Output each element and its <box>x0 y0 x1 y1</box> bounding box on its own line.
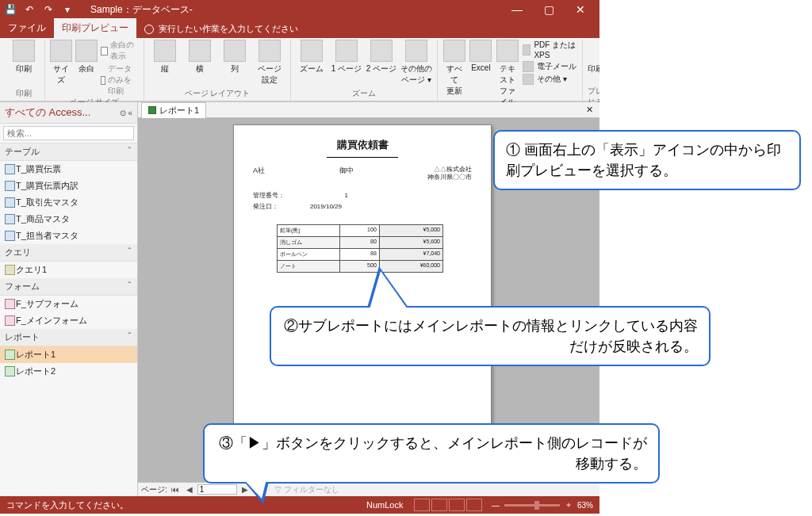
tab-print-preview[interactable]: 印刷プレビュー <box>54 18 136 38</box>
redo-icon[interactable]: ↷ <box>41 4 56 15</box>
first-record-button[interactable]: ⏮ <box>169 485 182 494</box>
window-buttons: — ▢ ✕ <box>501 0 596 19</box>
one-page-icon <box>335 40 358 62</box>
section-queries[interactable]: クエリ⌃ <box>0 244 137 262</box>
group-data: すべて 更新 Excel テキスト ファイル PDF または XPS 電子メール… <box>438 40 583 101</box>
refresh-button[interactable]: すべて 更新 <box>442 40 466 97</box>
section-forms[interactable]: フォーム⌃ <box>0 278 137 296</box>
zoom-icon <box>301 40 323 62</box>
report-icon <box>148 106 156 114</box>
show-margin-check[interactable]: 余白の表示 <box>101 40 139 62</box>
page-setup-icon <box>259 40 281 62</box>
title-bar: 💾 ↶ ↷ ▾ Sample：データベース- — ▢ ✕ <box>0 0 599 19</box>
page-setup-button[interactable]: ページ 設定 <box>254 40 285 86</box>
email-icon <box>523 61 534 72</box>
prev-record-button[interactable]: ◀ <box>183 485 196 494</box>
view-buttons <box>414 499 482 511</box>
document-tabs: レポート1 ✕ <box>138 102 599 118</box>
two-page-button[interactable]: 2 ページ <box>366 40 397 75</box>
report-title: 購買依頼書 <box>253 138 472 152</box>
group-zoom-label: ズーム <box>352 88 376 101</box>
size-button[interactable]: サイズ <box>50 40 72 86</box>
document-tab[interactable]: レポート1 <box>141 102 206 118</box>
more-icon <box>523 74 534 85</box>
columns-icon <box>224 40 246 62</box>
section-reports[interactable]: レポート⌃ <box>0 329 137 346</box>
textfile-button[interactable]: テキスト ファイル <box>496 40 519 108</box>
more-pages-icon <box>405 40 427 62</box>
more-pages-button[interactable]: その他の ページ ▾ <box>400 40 432 86</box>
refresh-icon <box>443 40 465 62</box>
status-prompt: コマンドを入力してください。 <box>6 499 128 511</box>
minimize-button[interactable]: — <box>501 0 533 19</box>
group-print-label: 印刷 <box>16 88 32 101</box>
view-layout-button[interactable] <box>449 499 465 511</box>
item-row: ボールペン88¥7,040 <box>278 248 442 260</box>
portrait-icon <box>154 40 176 62</box>
portrait-button[interactable]: 縦 <box>149 40 181 75</box>
bulb-icon <box>144 25 154 34</box>
qat-more-icon[interactable]: ▾ <box>60 4 75 15</box>
group-layout-label: ページ レイアウト <box>185 88 251 101</box>
excel-button[interactable]: Excel <box>469 40 493 72</box>
company-center: 御中 <box>339 166 354 182</box>
data-only-check[interactable]: データのみを印刷 <box>101 63 139 97</box>
two-page-icon <box>370 40 393 62</box>
save-icon[interactable]: 💾 <box>3 4 17 15</box>
group-print: 印刷 印刷 <box>3 40 45 101</box>
company-address: 神奈川県〇〇市 <box>427 174 472 182</box>
group-zoom: ズーム 1 ページ 2 ページ その他の ページ ▾ ズーム <box>291 40 438 101</box>
nav-item[interactable]: レポート2 <box>0 363 137 380</box>
close-button[interactable]: ✕ <box>565 0 596 19</box>
tab-file[interactable]: ファイル <box>0 18 54 38</box>
textfile-icon <box>496 40 519 62</box>
search-input[interactable] <box>3 126 134 140</box>
window-title: Sample：データベース- <box>90 3 193 17</box>
item-row: 消しゴム80¥5,600 <box>278 236 442 248</box>
quick-access-toolbar: 💾 ↶ ↷ ▾ <box>3 4 75 15</box>
zoom-out-button[interactable]: — <box>492 501 500 510</box>
nav-item[interactable]: T_担当者マスタ <box>0 227 137 244</box>
nav-item[interactable]: T_商品マスタ <box>0 211 137 227</box>
tell-me[interactable]: 実行したい作業を入力してください <box>136 20 306 38</box>
margin-icon <box>75 40 98 62</box>
columns-button[interactable]: 列 <box>219 40 251 75</box>
zoom-value: 63% <box>577 501 593 510</box>
annotation-3: ③「▶」ボタンをクリックすると、メインレポート側のレコードが移動する。 <box>203 423 660 484</box>
nav-item[interactable]: T_取引先マスタ <box>0 194 137 211</box>
section-tables[interactable]: テーブル⌃ <box>0 143 137 161</box>
more-data-button[interactable]: その他 ▾ <box>523 74 577 85</box>
record-navigator: ページ: ⏮ ◀ ▶ ⏭ ▽ フィルターなし <box>138 482 599 496</box>
landscape-button[interactable]: 横 <box>184 40 216 75</box>
ribbon-tabs: ファイル 印刷プレビュー 実行したい作業を入力してください <box>0 19 599 38</box>
nav-item[interactable]: レポート1 <box>0 346 137 363</box>
company-name: △△株式会社 <box>427 166 472 174</box>
nav-header[interactable]: すべての Access...⊙ « <box>0 102 137 124</box>
view-report-button[interactable] <box>414 499 430 511</box>
nav-item[interactable]: T_購買伝票 <box>0 161 137 178</box>
nav-item[interactable]: F_メインフォーム <box>0 312 137 329</box>
one-page-button[interactable]: 1 ページ <box>331 40 362 75</box>
landscape-icon <box>189 40 211 62</box>
view-design-button[interactable] <box>466 499 482 511</box>
nav-item[interactable]: F_サブフォーム <box>0 296 137 312</box>
close-tab-button[interactable]: ✕ <box>583 105 596 115</box>
undo-icon[interactable]: ↶ <box>22 4 36 15</box>
margin-button[interactable]: 余白 <box>75 40 98 75</box>
zoom-in-button[interactable]: ＋ <box>565 499 573 510</box>
zoom-slider[interactable] <box>504 504 560 506</box>
zoom-button[interactable]: ズーム <box>296 40 327 75</box>
navigation-pane: すべての Access...⊙ « テーブル⌃ T_購買伝票T_購買伝票内訳T_… <box>0 102 138 496</box>
nav-item[interactable]: クエリ1 <box>0 262 137 278</box>
email-button[interactable]: 電子メール <box>523 61 577 72</box>
print-button[interactable]: 印刷 <box>8 40 40 75</box>
view-print-button[interactable] <box>431 499 447 511</box>
pager-label: ページ: <box>141 484 167 495</box>
maximize-button[interactable]: ▢ <box>533 0 565 19</box>
group-pagesize: サイズ 余白 余白の表示 データのみを印刷 ページ サイズ <box>45 40 144 101</box>
pdf-xps-button[interactable]: PDF または XPS <box>523 40 577 59</box>
page-size-icon <box>50 40 72 62</box>
annotation-2: ②サブレポートにはメインレポートの情報とリンクしている内容だけが反映される。 <box>270 306 710 366</box>
nav-item[interactable]: T_購買伝票内訳 <box>0 178 137 194</box>
page-number-input[interactable] <box>197 484 237 495</box>
